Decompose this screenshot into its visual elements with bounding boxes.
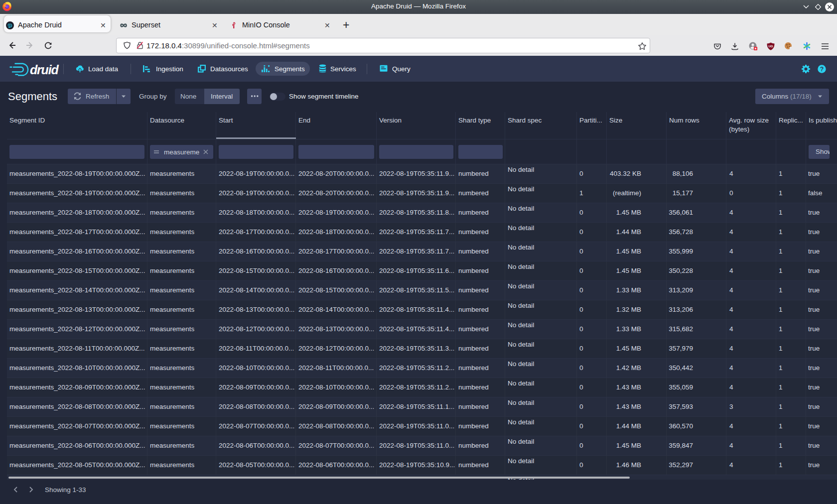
- svg-text:UO: UO: [769, 45, 773, 48]
- svg-text:?: ?: [820, 66, 824, 73]
